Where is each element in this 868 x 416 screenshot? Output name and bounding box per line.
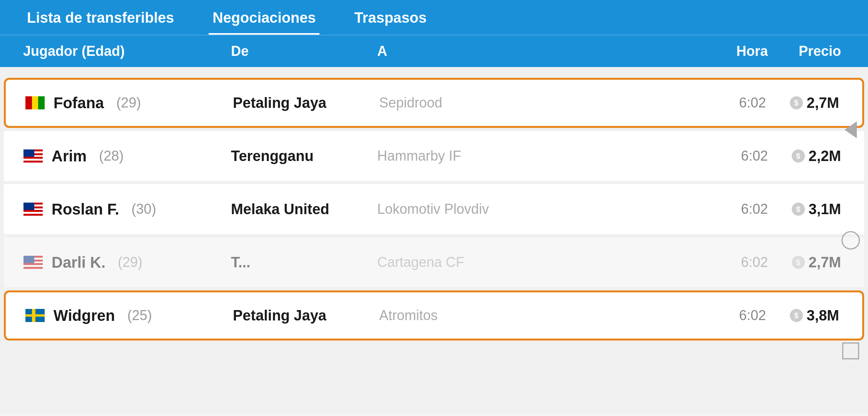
from-club-partial: T...: [223, 254, 370, 271]
player-age-arim: (28): [99, 148, 124, 164]
flag-malaysia-icon-arim: [23, 149, 43, 163]
player-name-roslan: Roslan F.: [52, 201, 119, 218]
time-roslan: 6:02: [683, 201, 768, 217]
flag-malaysia-icon-partial: [23, 255, 43, 269]
col-header-player: Jugador (Edad): [23, 43, 223, 59]
col-header-price: Precio: [768, 43, 845, 59]
transfer-row-widgren[interactable]: Widgren (25) Petaling Jaya Atromitos 6:0…: [4, 290, 864, 341]
from-club-fofana: Petaling Jaya: [225, 95, 371, 111]
transfer-row-roslan[interactable]: Roslan F. (30) Melaka United Lokomotiv P…: [4, 184, 864, 234]
time-widgren: 6:02: [681, 307, 766, 324]
player-age-widgren: (25): [127, 307, 152, 324]
player-name-partial: Darli K.: [52, 254, 105, 271]
player-name-fofana: Fofana: [54, 94, 104, 112]
header-tabs: Lista de transferibles Negociaciones Tra…: [0, 0, 868, 35]
time-arim: 6:02: [683, 148, 768, 164]
to-club-fofana: Sepidrood: [371, 95, 681, 111]
content-area: Fofana (29) Petaling Jaya Sepidrood 6:02…: [0, 67, 868, 414]
price-fofana: $ 2,7M: [766, 95, 843, 111]
player-info-roslan: Roslan F. (30): [23, 201, 223, 218]
price-widgren: $ 3,8M: [766, 307, 843, 324]
player-age-fofana: (29): [116, 95, 141, 111]
player-info-widgren: Widgren (25): [25, 307, 225, 324]
coin-icon-roslan: $: [792, 203, 805, 216]
player-name-arim: Arim: [52, 148, 87, 165]
column-headers: Jugador (Edad) De A Hora Precio: [0, 35, 868, 67]
time-fofana: 6:02: [681, 95, 766, 111]
player-age-roslan: (30): [132, 201, 156, 217]
square-button[interactable]: [839, 339, 862, 362]
to-club-roslan: Lokomotiv Plovdiv: [370, 201, 683, 217]
tab-negociaciones[interactable]: Negociaciones: [209, 3, 319, 35]
coin-icon-arim: $: [792, 149, 805, 163]
flag-malaysia-icon-roslan: [23, 202, 43, 216]
coin-icon-widgren: $: [790, 309, 803, 322]
player-name-widgren: Widgren: [54, 307, 115, 324]
coin-icon-fofana: $: [790, 96, 803, 109]
player-age-partial: (29): [118, 254, 142, 270]
tab-traspasos[interactable]: Traspasos: [350, 3, 430, 35]
coin-icon-partial: $: [792, 256, 805, 269]
player-info-arim: Arim (28): [23, 148, 223, 165]
square-icon: [842, 342, 859, 359]
right-controls: [833, 67, 868, 414]
player-info-fofana: Fofana (29): [25, 94, 225, 112]
from-club-roslan: Melaka United: [223, 201, 370, 218]
transfer-row-fofana[interactable]: Fofana (29) Petaling Jaya Sepidrood 6:02…: [4, 78, 864, 128]
flag-guinea-icon: [25, 96, 45, 110]
circle-button[interactable]: [839, 229, 862, 252]
tab-lista[interactable]: Lista de transferibles: [23, 3, 178, 35]
from-club-arim: Terengganu: [223, 148, 370, 164]
to-club-arim: Hammarby IF: [370, 148, 683, 164]
flag-sweden-icon: [25, 309, 45, 322]
to-club-partial: Cartagena CF: [370, 254, 683, 270]
col-header-to: A: [370, 43, 683, 59]
transfer-row-arim[interactable]: Arim (28) Terengganu Hammarby IF 6:02 $ …: [4, 131, 864, 181]
back-button[interactable]: [839, 118, 862, 141]
triangle-left-icon: [845, 121, 857, 138]
player-info-partial: Darli K. (29): [23, 254, 223, 271]
to-club-widgren: Atromitos: [371, 307, 681, 324]
circle-icon: [841, 231, 860, 250]
transfer-row-partial[interactable]: Darli K. (29) T... Cartagena CF 6:02 $ 2…: [4, 237, 864, 287]
from-club-widgren: Petaling Jaya: [225, 307, 371, 324]
time-partial: 6:02: [683, 254, 768, 270]
col-header-time: Hora: [683, 43, 768, 59]
col-header-from: De: [223, 43, 370, 59]
